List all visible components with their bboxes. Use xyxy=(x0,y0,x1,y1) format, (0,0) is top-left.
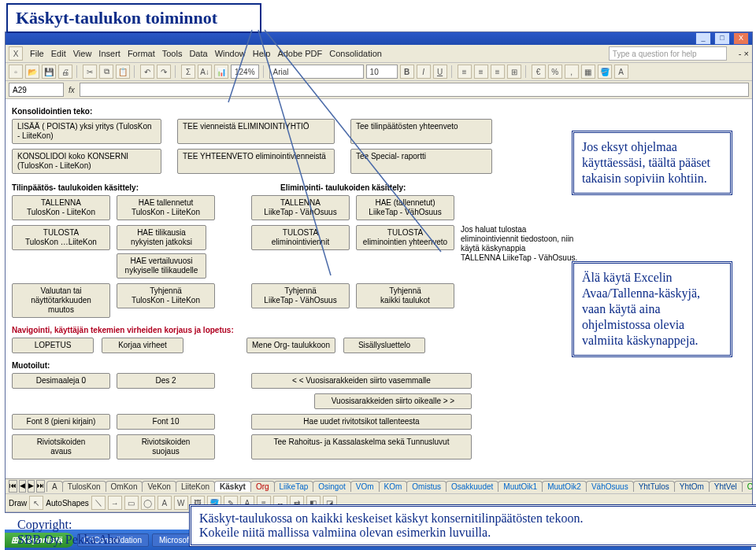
close-button[interactable]: X xyxy=(733,32,749,45)
btn-lisaa-poista[interactable]: LISÄÄ ( POISTA) yksi yritys (TulosKon - … xyxy=(12,119,161,144)
btn-tyhjenna-kaikki[interactable]: Tyhjennä kaikki taulukot xyxy=(356,283,454,308)
open-icon[interactable]: 📂 xyxy=(25,65,39,79)
btn-des2[interactable]: Des 2 xyxy=(117,373,215,389)
tab-muutoik2[interactable]: MuutOik2 xyxy=(542,481,587,492)
sort-asc-icon[interactable]: A↓ xyxy=(198,65,212,79)
btn-siirto-oik[interactable]: Vuosisarakkeiden siirto oikealle > > xyxy=(314,393,472,409)
minimize-button[interactable]: _ xyxy=(695,32,711,45)
tab-kaskyt[interactable]: Käskyt xyxy=(214,481,251,492)
btn-tee-eliminointiyhtio[interactable]: TEE vienneistä ELIMINOINTIYHTIÖ xyxy=(177,119,335,144)
menu-data[interactable]: Data xyxy=(189,49,207,58)
tab-yhtvel[interactable]: YhtVel xyxy=(709,481,743,492)
underline-icon[interactable]: U xyxy=(433,65,447,79)
italic-icon[interactable]: I xyxy=(417,65,431,79)
menu-help[interactable]: Help xyxy=(253,49,271,58)
percent-icon[interactable]: % xyxy=(548,65,562,79)
tab-omkon[interactable]: OmKon xyxy=(106,481,143,492)
btn-special-raportti[interactable]: Tee Special- raportti xyxy=(350,149,492,174)
copy-icon[interactable]: ⧉ xyxy=(99,65,113,79)
align-left-icon[interactable]: ≡ xyxy=(458,65,472,79)
paste-icon[interactable]: 📋 xyxy=(116,65,130,79)
btn-sisallysluettelo[interactable]: Sisällysluettelo xyxy=(343,338,425,353)
menu-adobe[interactable]: Adobe PDF xyxy=(277,49,322,58)
tab-omistus[interactable]: Omistus xyxy=(406,481,447,492)
align-right-icon[interactable]: ≡ xyxy=(491,65,505,79)
fill-color-icon[interactable]: 🪣 xyxy=(598,65,612,79)
tab-vahosuus[interactable]: VähOsuus xyxy=(586,481,634,492)
wordart-icon[interactable]: W xyxy=(174,496,188,510)
borders-icon[interactable]: ▦ xyxy=(581,65,595,79)
tab-next-icon[interactable]: ▶ xyxy=(28,480,35,493)
menu-file[interactable]: File xyxy=(30,49,44,58)
tab-liiketap[interactable]: LiikeTap xyxy=(274,481,314,492)
btn-korjaa-virheet[interactable]: Korjaa virheet xyxy=(102,338,183,353)
tab-last-icon[interactable]: ⏭ xyxy=(36,480,45,493)
draw-menu[interactable]: Draw xyxy=(9,499,27,508)
autoshapes-menu[interactable]: AutoShapes xyxy=(46,499,89,508)
line-icon[interactable]: ＼ xyxy=(91,496,106,510)
btn-hae-vertailuvuosi[interactable]: HAE vertailuvuosi nykyiselle tilikaudell… xyxy=(117,253,206,279)
fontsize-combo[interactable]: 10 xyxy=(366,65,398,79)
comma-icon[interactable]: , xyxy=(565,65,579,79)
btn-lopetus[interactable]: LOPETUS xyxy=(12,338,94,353)
align-center-icon[interactable]: ≡ xyxy=(474,65,488,79)
btn-valuutta-muutos[interactable]: Valuutan tai näyttötarkkuuden muutos xyxy=(12,283,110,318)
tab-vom[interactable]: VOm xyxy=(350,481,380,492)
btn-konsolidoi[interactable]: KONSOLIDOI koko KONSERNI (TulosKon - Lii… xyxy=(12,149,161,174)
sum-icon[interactable]: Σ xyxy=(181,65,195,79)
menu-view[interactable]: View xyxy=(73,49,92,58)
textbox-icon[interactable]: A xyxy=(158,496,172,510)
tab-tuloskon[interactable]: TulosKon xyxy=(62,481,106,492)
btn-tulosta-elimyhteenveto[interactable]: TULOSTA eliminointien yhteenveto xyxy=(356,225,454,250)
oval-icon[interactable]: ◯ xyxy=(141,496,155,510)
btn-rahoitus-kassa[interactable]: Tee Rahoitus- ja Kassalaskelma sekä Tunn… xyxy=(251,434,472,460)
tab-org[interactable]: Org xyxy=(250,481,275,492)
menu-window[interactable]: Window xyxy=(215,49,246,58)
help-search-box[interactable]: Type a question for help xyxy=(609,46,727,61)
btn-tallenna-tk[interactable]: TALLENNA TulosKon - LiiteKon xyxy=(12,195,110,220)
btn-riviots-suojaus[interactable]: Riviotsikoiden suojaus xyxy=(117,434,215,460)
bold-icon[interactable]: B xyxy=(400,65,414,79)
fx-icon[interactable]: fx xyxy=(69,86,75,94)
btn-font8[interactable]: Font 8 (pieni kirjain) xyxy=(12,414,110,430)
select-icon[interactable]: ↖ xyxy=(29,496,43,510)
btn-hae-tallennetut-tk[interactable]: HAE tallennetut TulosKon - LiiteKon xyxy=(117,195,215,220)
btn-hae-tilikausia[interactable]: HAE tilikausia nykyisten jatkoksi xyxy=(117,225,206,250)
currency-icon[interactable]: € xyxy=(532,65,546,79)
tab-first-icon[interactable]: ⏮ xyxy=(9,480,17,493)
zoom-combo[interactable]: 124% xyxy=(231,65,259,79)
maximize-button[interactable]: □ xyxy=(714,32,730,45)
btn-riviots-avaus[interactable]: Riviotsikoiden avaus xyxy=(12,434,110,460)
tab-muutoik1[interactable]: MuutOik1 xyxy=(498,481,543,492)
font-combo[interactable]: Arial xyxy=(269,65,364,79)
tab-yhttulos[interactable]: YhtTulos xyxy=(633,481,675,492)
cut-icon[interactable]: ✂ xyxy=(83,65,97,79)
tab-osingot[interactable]: Osingot xyxy=(313,481,350,492)
menu-consolidation[interactable]: Consolidation xyxy=(329,49,382,58)
menu-edit[interactable]: Edit xyxy=(51,49,66,58)
tab-ohjeet[interactable]: Ohjeet xyxy=(742,481,753,492)
btn-tulosta-tk[interactable]: TULOSTA TulosKon …LiiteKon xyxy=(12,225,110,250)
merge-icon[interactable]: ⊞ xyxy=(507,65,521,79)
btn-tee-yhteenveto-tp[interactable]: Tee tilinpäätösten yhteenveto xyxy=(350,119,492,144)
arrow-icon[interactable]: → xyxy=(108,496,122,510)
btn-hae-rivitotsikot[interactable]: Hae uudet rivitotsikot tallenteesta xyxy=(251,414,472,430)
tab-kom[interactable]: KOm xyxy=(379,481,408,492)
btn-tyhjenna-lt[interactable]: Tyhjennä LiikeTap - VähOsuus xyxy=(251,283,350,308)
btn-font10[interactable]: Font 10 xyxy=(117,414,215,430)
menu-insert[interactable]: Insert xyxy=(98,49,120,58)
btn-mene-org[interactable]: Mene Org- taulukkoon xyxy=(246,338,335,353)
tab-a[interactable]: A xyxy=(46,481,63,492)
new-icon[interactable]: ▫ xyxy=(9,65,23,79)
tab-vekon[interactable]: VeKon xyxy=(142,481,176,492)
btn-hae-tallennetut-lt[interactable]: HAE (tallennetut) LiikeTap - VähOsuus xyxy=(356,195,454,220)
save-icon[interactable]: 💾 xyxy=(42,65,56,79)
rect-icon[interactable]: ▭ xyxy=(124,496,139,510)
tab-yhtom[interactable]: YhtOm xyxy=(674,481,710,492)
redo-icon[interactable]: ↷ xyxy=(157,65,171,79)
menu-tools[interactable]: Tools xyxy=(162,49,183,58)
font-color-icon[interactable]: A xyxy=(614,65,628,79)
tab-osakkuudet[interactable]: Osakkuudet xyxy=(446,481,498,492)
btn-tallenna-lt[interactable]: TALLENNA LiikeTap - VähOsuus xyxy=(251,195,350,220)
chart-icon[interactable]: 📊 xyxy=(214,65,228,79)
